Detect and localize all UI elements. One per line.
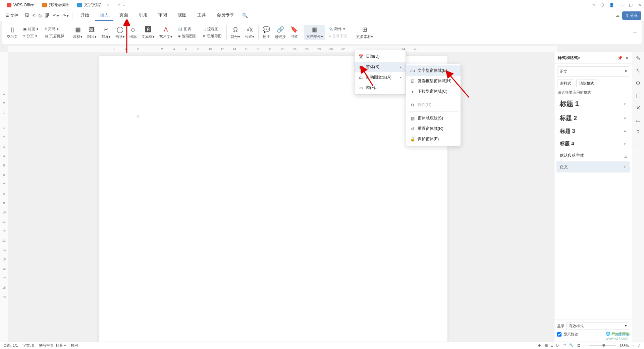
- rb-docparts[interactable]: ▦文档部件▾: [304, 25, 325, 40]
- menu-shading[interactable]: ▨窗体域底纹(S): [406, 113, 461, 123]
- rb-table[interactable]: ▦表格▾: [71, 25, 85, 40]
- rb-cover[interactable]: ▣封面▾: [22, 26, 40, 32]
- add-tab-button[interactable]: ＋ ▾: [114, 1, 127, 8]
- view-read-icon[interactable]: ▷: [556, 343, 559, 348]
- redo-icon[interactable]: ↷▾: [62, 13, 69, 18]
- document-canvas[interactable]: ⁞⁞: [8, 52, 554, 342]
- style-heading4[interactable]: 标题 4↵: [556, 138, 630, 150]
- close-window-icon[interactable]: ✕: [638, 3, 641, 7]
- rb-attachment[interactable]: 📎附件▾: [327, 26, 348, 32]
- view-web-icon[interactable]: ⬚: [562, 343, 566, 348]
- rb-blank-page[interactable]: ▯空白页: [5, 25, 20, 40]
- rb-symbol[interactable]: Ω符号▾: [229, 25, 242, 40]
- rb-comment[interactable]: 💬批注: [261, 25, 272, 40]
- show-select[interactable]: 有效样式▾: [567, 322, 629, 330]
- rb-wordart[interactable]: A艺术字▾: [157, 25, 174, 40]
- rb-bookmark[interactable]: 🔖书签: [288, 25, 300, 40]
- rb-chart[interactable]: 📊图表: [176, 26, 198, 32]
- zoom-slider[interactable]: [589, 345, 616, 346]
- rb-flowchart[interactable]: ⬚流程图: [201, 26, 223, 32]
- style-heading3[interactable]: 标题 3↵: [556, 125, 630, 138]
- zoom-in-icon[interactable]: +: [632, 344, 634, 348]
- cube-icon[interactable]: ⬡: [600, 3, 604, 7]
- tab-tools[interactable]: 工具: [193, 10, 211, 21]
- rb-headerfooter[interactable]: ▤页眉页脚: [43, 33, 65, 39]
- tab-reference[interactable]: 引用: [134, 10, 152, 21]
- undo-icon[interactable]: ↶▾: [53, 13, 59, 18]
- more-icon[interactable]: ⋯: [635, 142, 641, 148]
- rb-icon[interactable]: ◇图标: [127, 25, 139, 40]
- view-outline-icon[interactable]: ≡: [551, 344, 553, 348]
- user-icon[interactable]: 👤: [609, 3, 614, 7]
- zoom-value[interactable]: 133%: [619, 344, 629, 348]
- export-icon[interactable]: ⎋: [33, 13, 35, 18]
- menu-autotext[interactable]: 🗂自动图文集(A)▸: [355, 72, 406, 83]
- tab-member[interactable]: 会员专享: [212, 10, 239, 21]
- rb-picture[interactable]: 🖼图片▾: [85, 25, 99, 40]
- document-page[interactable]: ⁞⁞: [99, 56, 447, 342]
- rb-screenshot[interactable]: ✂截屏▾: [99, 25, 113, 40]
- status-spell[interactable]: 拼写检查: 打开 ▾: [39, 343, 66, 348]
- file-menu[interactable]: ☰ 文件: [3, 13, 21, 18]
- rb-formula[interactable]: √x公式▾: [243, 25, 256, 40]
- rb-more[interactable]: ⊞更多素材▾: [354, 25, 375, 40]
- expand-icon[interactable]: ⤢: [638, 343, 641, 348]
- clear-format-button[interactable]: 清除格式: [576, 80, 597, 87]
- current-style-select[interactable]: 正文 ▾: [557, 66, 629, 77]
- style-heading1[interactable]: 标题 1↵: [556, 97, 630, 111]
- view-focus-icon[interactable]: ⊙: [538, 343, 541, 348]
- view-tools-icon[interactable]: 🔧: [569, 343, 574, 348]
- book-icon[interactable]: ▭: [636, 117, 641, 123]
- rb-pagebreak[interactable]: ≡分页▾: [22, 33, 40, 39]
- cursor-icon[interactable]: ↖: [636, 67, 640, 74]
- zoom-out-icon[interactable]: −: [584, 344, 586, 348]
- style-default-font[interactable]: 默认段落字体a: [556, 150, 630, 161]
- pin-icon[interactable]: 📌: [618, 56, 623, 60]
- tab-template[interactable]: 找稻壳模板: [38, 0, 73, 10]
- menu-field[interactable]: ▭域(F)...: [355, 83, 406, 93]
- search-icon[interactable]: 🔍: [242, 13, 248, 18]
- maximize-icon[interactable]: ▢: [629, 3, 633, 7]
- status-words[interactable]: 字数: 0: [22, 343, 34, 348]
- tab-document[interactable]: 文字文稿1 ○: [73, 0, 114, 10]
- rb-pagenum[interactable]: #页码▾: [43, 26, 65, 32]
- share-button[interactable]: ⇪ 分享: [622, 11, 641, 20]
- tab-review[interactable]: 审阅: [154, 10, 172, 21]
- zoom-fit-icon[interactable]: ⊡: [577, 343, 580, 348]
- status-proof[interactable]: 校对: [71, 343, 78, 348]
- menu-protect[interactable]: 🔒保护窗体(F): [406, 134, 461, 144]
- view-page-icon[interactable]: ▤: [544, 343, 548, 348]
- cloud-icon[interactable]: ☁: [615, 13, 620, 18]
- save-icon[interactable]: 🖫: [24, 13, 29, 18]
- rb-textbox[interactable]: 🅰文本框▾: [140, 25, 157, 40]
- tools-icon[interactable]: ✕: [636, 105, 640, 111]
- menu-reset[interactable]: ↺重置窗体域(R): [406, 123, 461, 134]
- ruler-vertical[interactable]: 12112345678910111213141516171819: [0, 52, 8, 342]
- menu-form[interactable]: ▦窗体(B)▸: [355, 62, 406, 72]
- rb-smartart[interactable]: ◈智能图形: [176, 33, 198, 39]
- menu-check-form[interactable]: ☑复选框型窗体域(H): [406, 76, 461, 86]
- settings-icon[interactable]: ⚙: [636, 80, 640, 86]
- rb-shape[interactable]: ◯形状▾: [113, 25, 127, 40]
- menu-text-form[interactable]: ab文字型窗体域(E): [406, 65, 461, 76]
- panel-icon[interactable]: ▭: [591, 3, 595, 7]
- status-page[interactable]: 页面: 1/1: [3, 343, 18, 348]
- layers-icon[interactable]: ◫: [636, 92, 641, 99]
- menu-drop-form[interactable]: ▾下拉型窗体域(C): [406, 86, 461, 97]
- menu-date[interactable]: 📅日期(D): [355, 51, 406, 62]
- collapse-ribbon-icon[interactable]: —: [633, 30, 639, 35]
- style-heading2[interactable]: 标题 2↵: [556, 111, 630, 125]
- preview-icon[interactable]: 🗐: [45, 13, 49, 18]
- tab-view[interactable]: 视图: [173, 10, 191, 21]
- preview-checkbox[interactable]: [557, 332, 561, 337]
- style-body[interactable]: 正文↵: [556, 161, 630, 172]
- tab-start[interactable]: 开始: [76, 10, 94, 21]
- rb-dropcap[interactable]: A̲首字下沉: [327, 33, 348, 39]
- tab-page[interactable]: 页面: [115, 10, 133, 21]
- rb-hyperlink[interactable]: 🔗超链接: [273, 25, 288, 40]
- tab-app[interactable]: WPS Office: [3, 0, 38, 10]
- print-icon[interactable]: ⎙: [39, 13, 41, 18]
- tab-insert[interactable]: 插入: [95, 10, 113, 21]
- help-icon[interactable]: ?: [637, 130, 640, 136]
- close-icon[interactable]: ○: [107, 2, 109, 8]
